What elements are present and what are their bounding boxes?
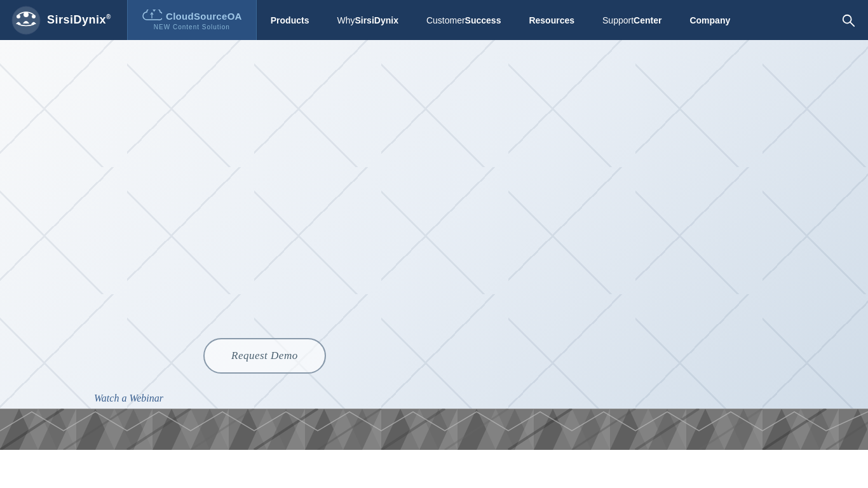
cloudsource-subtitle: NEW Content Solution	[154, 24, 230, 30]
svg-line-6	[850, 22, 854, 26]
nav-item-products[interactable]: Products	[257, 0, 323, 40]
nav-products-label: Products	[271, 15, 309, 25]
svg-point-2	[17, 15, 20, 18]
cloudsource-name: CloudSourceOA	[166, 11, 242, 22]
cloud-icon	[142, 10, 162, 22]
nav-item-company[interactable]: Company	[675, 0, 744, 40]
nav-customer-label: CustomerSuccess	[426, 15, 501, 25]
search-icon	[841, 13, 855, 27]
svg-point-3	[32, 15, 36, 18]
watch-webinar-link[interactable]: Watch a Webinar	[94, 393, 163, 404]
nav-item-resources[interactable]: Resources	[515, 0, 588, 40]
bottom-image-strip	[0, 409, 868, 450]
nav-why-label: WhySirsiDynix	[337, 15, 398, 25]
cloudsource-button[interactable]: CloudSourceOA NEW Content Solution	[127, 0, 257, 40]
sirsidynix-logo-icon	[11, 6, 41, 35]
navbar: SirsiDynix® CloudSourceOA NEW Content So…	[0, 0, 868, 40]
logo-area[interactable]: SirsiDynix®	[0, 0, 127, 40]
nav-item-support-center[interactable]: SupportCenter	[588, 0, 675, 40]
architecture-image	[0, 409, 868, 450]
nav-support-label: SupportCenter	[602, 15, 661, 25]
nav-items: Products WhySirsiDynix CustomerSuccess R…	[257, 0, 829, 40]
nav-item-customer-success[interactable]: CustomerSuccess	[412, 0, 515, 40]
svg-point-0	[12, 6, 40, 34]
svg-point-1	[24, 12, 29, 17]
hero-section: Request Demo Watch a Webinar	[0, 40, 868, 450]
search-button[interactable]	[829, 0, 868, 40]
nav-item-why-sirsidynix[interactable]: WhySirsiDynix	[323, 0, 412, 40]
nav-company-label: Company	[689, 15, 730, 25]
nav-resources-label: Resources	[529, 15, 574, 25]
hero-content: Request Demo	[203, 338, 868, 374]
request-demo-button[interactable]: Request Demo	[203, 338, 326, 374]
logo-text: SirsiDynix®	[47, 13, 111, 27]
